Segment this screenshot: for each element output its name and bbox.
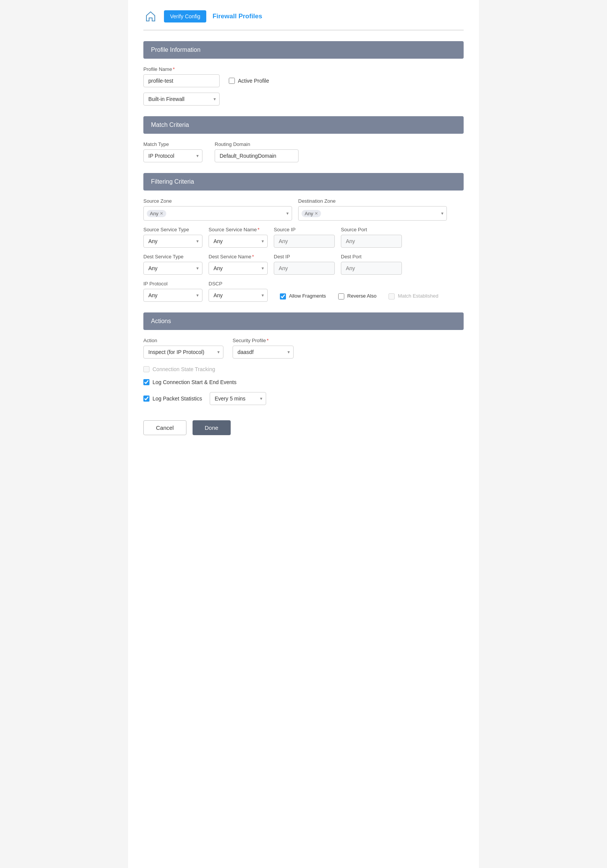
action-label: Action [143,338,223,343]
active-profile-label[interactable]: Active Profile [238,78,269,84]
source-service-row: Source Service Type Any ▾ Source Service… [143,227,464,248]
dest-ip-input[interactable] [274,262,335,275]
dest-port-input[interactable] [341,262,402,275]
connection-state-label: Connection State Tracking [153,366,215,372]
source-zone-tag-remove-icon[interactable]: ✕ [160,211,163,216]
match-established-checkbox [389,293,395,299]
dest-service-row: Dest Service Type Any ▾ Dest Service Nam… [143,254,464,275]
actions-header: Actions [143,312,464,330]
log-packet-label[interactable]: Log Packet Statistics [153,396,202,402]
verify-config-button[interactable]: Verify Config [164,10,206,22]
home-icon[interactable] [143,9,158,24]
routing-domain-col: Routing Domain [215,141,299,162]
page-header: Verify Config Firewall Profiles [143,0,464,30]
active-profile-checkbox[interactable] [229,78,235,84]
source-zone-label: Source Zone [143,198,292,204]
log-connection-row: Log Connection Start & End Events [143,379,464,385]
dest-service-name-col: Dest Service Name* Any ▾ [209,254,268,275]
ip-dscp-row: IP Protocol Any ▾ DSCP Any ▾ Allow Fragm… [143,281,464,302]
reverse-also-checkbox[interactable] [338,293,344,299]
source-service-name-wrapper: Any ▾ [209,235,268,248]
allow-fragments-checkbox[interactable] [280,293,286,299]
log-packet-row: Log Packet Statistics Every 5 mins ▾ [143,392,464,405]
match-criteria-row: Match Type IP Protocol ▾ Routing Domain [143,141,464,162]
source-service-name-label: Source Service Name* [209,227,268,232]
dest-service-type-select[interactable]: Any [143,262,202,275]
log-packet-interval-wrapper: Every 5 mins ▾ [210,392,266,405]
dest-zone-label: Destination Zone [298,198,447,204]
log-connection-checkbox[interactable] [143,379,149,385]
dest-ip-col: Dest IP [274,254,335,275]
profile-name-label: Profile Name* [143,66,464,72]
dest-zone-col: Destination Zone Any ✕ ▾ [298,198,447,221]
dest-zone-select-wrapper[interactable]: Any ✕ ▾ [298,206,447,221]
header-divider [143,30,464,30]
done-button[interactable]: Done [193,420,231,435]
firewall-type-wrapper: Built-in Firewall ▾ [143,93,220,106]
match-type-label: Match Type [143,141,202,147]
profile-info-row: Active Profile [143,74,464,87]
source-service-name-select[interactable]: Any [209,235,268,248]
source-service-type-wrapper: Any ▾ [143,235,202,248]
source-zone-select-wrapper[interactable]: Any ✕ ▾ [143,206,292,221]
dest-service-name-label: Dest Service Name* [209,254,268,259]
log-packet-checkbox[interactable] [143,396,149,402]
source-ip-col: Source IP [274,227,335,248]
profile-name-group: Profile Name* Active Profile Built-in Fi… [143,66,464,106]
source-port-col: Source Port [341,227,402,248]
security-profile-label: Security Profile* [233,338,294,343]
source-ip-input[interactable] [274,235,335,248]
dest-service-type-col: Dest Service Type Any ▾ [143,254,202,275]
routing-domain-label: Routing Domain [215,141,299,147]
log-connection-label[interactable]: Log Connection Start & End Events [153,379,236,385]
dest-service-type-wrapper: Any ▾ [143,262,202,275]
dest-port-col: Dest Port [341,254,402,275]
dest-service-name-select[interactable]: Any [209,262,268,275]
reverse-also-label[interactable]: Reverse Also [347,293,377,299]
active-profile-check: Active Profile [229,78,269,84]
dscp-wrapper: Any ▾ [209,289,268,302]
action-col: Action Inspect (for IP Protocol) ▾ [143,338,223,359]
footer-buttons: Cancel Done [143,420,464,435]
routing-domain-input[interactable] [215,149,299,162]
ip-protocol-col: IP Protocol Any ▾ [143,281,202,302]
security-profile-col: Security Profile* daasdf ▾ [233,338,294,359]
match-type-select[interactable]: IP Protocol [143,149,202,162]
profile-information-header: Profile Information [143,41,464,59]
firewall-type-select[interactable]: Built-in Firewall [143,93,220,106]
source-ip-label: Source IP [274,227,335,232]
source-port-label: Source Port [341,227,402,232]
dest-service-type-label: Dest Service Type [143,254,202,259]
source-zone-chevron-icon[interactable]: ▾ [286,211,289,216]
action-wrapper: Inspect (for IP Protocol) ▾ [143,346,223,359]
filtering-criteria-header: Filtering Criteria [143,173,464,191]
dscp-label: DSCP [209,281,268,287]
dscp-col: DSCP Any ▾ [209,281,268,302]
firewall-profiles-link[interactable]: Firewall Profiles [212,13,262,20]
match-type-wrapper: IP Protocol ▾ [143,149,202,162]
source-port-input[interactable] [341,235,402,248]
security-profile-select[interactable]: daasdf [233,346,294,359]
match-established-group: Match Established [389,293,438,302]
source-service-type-select[interactable]: Any [143,235,202,248]
dest-zone-chevron-icon[interactable]: ▾ [441,211,443,216]
source-service-name-col: Source Service Name* Any ▾ [209,227,268,248]
source-service-type-col: Source Service Type Any ▾ [143,227,202,248]
allow-fragments-label[interactable]: Allow Fragments [289,293,326,299]
source-zone-tag: Any ✕ [147,210,166,217]
source-zone-col: Source Zone Any ✕ ▾ [143,198,292,221]
dscp-select[interactable]: Any [209,289,268,302]
profile-name-input[interactable] [143,74,220,87]
actions-row: Action Inspect (for IP Protocol) ▾ Secur… [143,338,464,359]
dest-service-name-wrapper: Any ▾ [209,262,268,275]
match-established-label: Match Established [398,293,438,299]
action-select[interactable]: Inspect (for IP Protocol) [143,346,223,359]
dest-zone-tag-remove-icon[interactable]: ✕ [315,211,318,216]
log-packet-interval-select[interactable]: Every 5 mins [210,392,266,405]
source-service-type-label: Source Service Type [143,227,202,232]
ip-protocol-label: IP Protocol [143,281,202,287]
connection-state-row: Connection State Tracking [143,366,464,372]
connection-state-checkbox [143,366,149,372]
cancel-button[interactable]: Cancel [143,420,186,435]
ip-protocol-select[interactable]: Any [143,289,202,302]
